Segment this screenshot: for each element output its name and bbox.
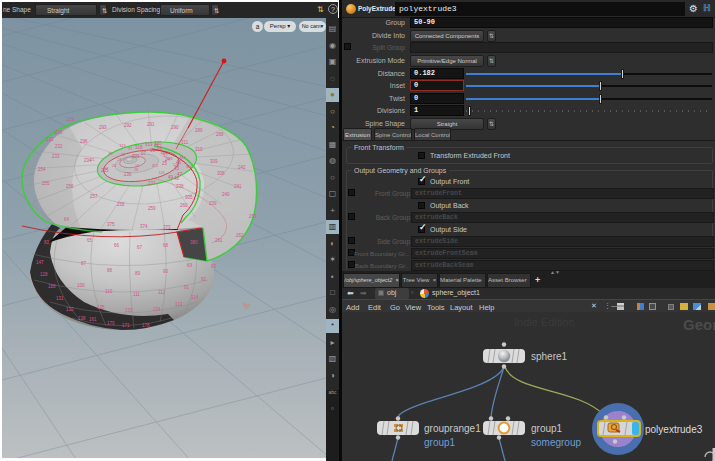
svg-text:83: 83 [44,240,50,245]
svg-text:group1: group1 [531,423,563,434]
svg-text:317: 317 [180,156,186,160]
svg-text:258: 258 [117,202,125,207]
svg-text:380: 380 [190,240,198,245]
svg-text:88: 88 [107,268,113,273]
svg-text:374: 374 [140,224,148,229]
svg-text:241: 241 [234,184,242,189]
svg-text:sphere1: sphere1 [531,351,568,362]
svg-text:97: 97 [141,151,147,156]
svg-text:255: 255 [42,181,50,186]
svg-text:229: 229 [67,117,75,122]
svg-text:93: 93 [211,264,217,269]
svg-text:296: 296 [80,139,88,144]
svg-text:308: 308 [217,171,225,176]
svg-text:261: 261 [215,238,223,243]
svg-text:48: 48 [174,176,180,181]
svg-text:68: 68 [163,243,169,248]
svg-text:291: 291 [147,122,155,127]
svg-text:256: 256 [66,184,74,189]
svg-text:313: 313 [119,144,125,148]
svg-text:138: 138 [78,316,86,321]
svg-text:289: 289 [195,128,203,133]
svg-text:373: 373 [163,225,171,230]
svg-text:305: 305 [185,195,193,200]
svg-text:237: 237 [148,181,156,186]
svg-text:21: 21 [91,158,95,162]
svg-text:somegroup: somegroup [531,437,581,448]
svg-text:240: 240 [222,192,230,197]
svg-text:Indie Edition: Indie Edition [514,316,575,328]
svg-text:114: 114 [191,295,199,300]
svg-text:254: 254 [38,167,46,172]
svg-text:96: 96 [150,148,156,153]
svg-text:Geom: Geom [683,316,715,333]
svg-text:121: 121 [159,171,165,175]
svg-text:118: 118 [167,157,173,161]
svg-text:310: 310 [195,147,203,152]
svg-text:321: 321 [132,154,140,159]
svg-text:230: 230 [55,130,63,135]
svg-text:18: 18 [134,168,138,172]
svg-text:111: 111 [133,292,140,297]
svg-text:178: 178 [142,323,150,328]
svg-text:260: 260 [180,203,188,208]
svg-text:315: 315 [152,164,158,168]
svg-text:288: 288 [216,132,224,137]
svg-text:25: 25 [162,161,168,166]
svg-text:318: 318 [135,145,143,150]
svg-text:23: 23 [117,158,121,162]
svg-text:257: 257 [90,194,98,199]
svg-text:67: 67 [137,245,143,250]
svg-text:161: 161 [89,317,97,322]
svg-text:236: 236 [124,172,132,177]
svg-text:group1: group1 [424,437,456,448]
svg-text:65: 65 [87,238,93,243]
svg-text:91: 91 [184,285,190,290]
svg-text:263: 263 [249,214,257,219]
svg-text:95: 95 [161,152,165,156]
svg-text:90: 90 [163,269,169,274]
svg-text:135: 135 [97,305,105,310]
svg-text:375: 375 [107,222,115,227]
svg-text:239: 239 [209,201,217,206]
svg-text:grouprange1: grouprange1 [424,423,481,434]
svg-text:132: 132 [66,307,74,312]
svg-text:134: 134 [153,307,161,312]
svg-text:238: 238 [176,184,184,189]
svg-text:polyextrude3: polyextrude3 [645,424,703,435]
svg-text:133: 133 [125,308,133,313]
svg-text:262: 262 [236,233,244,238]
svg-text:231: 231 [46,137,54,142]
svg-text:17: 17 [104,167,108,171]
svg-text:49: 49 [168,175,174,180]
svg-text:128: 128 [40,272,48,277]
svg-text:20: 20 [112,164,116,168]
svg-text:22: 22 [121,153,125,157]
svg-text:316: 316 [186,165,192,169]
svg-text:171: 171 [122,323,130,328]
svg-text:100: 100 [77,283,85,288]
svg-text:98: 98 [157,146,163,151]
svg-text:96: 96 [155,143,159,147]
svg-text:170: 170 [107,321,115,326]
svg-text:259: 259 [148,206,156,211]
svg-text:147: 147 [36,260,44,265]
svg-text:290: 290 [171,125,179,130]
svg-text:319: 319 [145,142,153,147]
svg-text:97: 97 [128,147,132,151]
svg-text:113: 113 [175,302,183,307]
svg-text:110: 110 [105,289,113,294]
svg-text:232: 232 [55,144,63,149]
svg-text:89: 89 [135,271,141,276]
svg-text:66: 66 [114,243,120,248]
svg-text:233: 233 [52,154,60,159]
svg-text:69: 69 [187,263,193,268]
svg-text:120: 120 [173,163,179,167]
svg-text:87: 87 [81,261,87,266]
svg-text:293: 293 [99,125,107,130]
svg-text:309: 309 [210,159,218,164]
svg-text:99: 99 [109,152,113,156]
svg-text:311: 311 [181,140,189,145]
svg-text:292: 292 [124,123,132,128]
svg-text:242: 242 [238,165,246,170]
